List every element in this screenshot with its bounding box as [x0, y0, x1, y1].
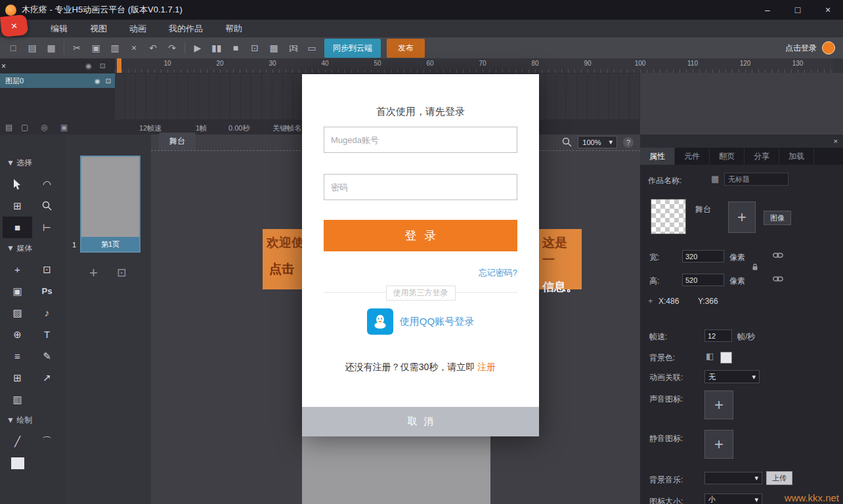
layer-lock-icon[interactable]: ⊡ — [106, 77, 111, 85]
text-tool[interactable]: T — [32, 324, 62, 345]
tab-components[interactable]: 元件 — [675, 148, 710, 165]
account-input[interactable] — [324, 127, 517, 153]
pause-icon[interactable]: ▮▮ — [210, 43, 223, 53]
qq-icon[interactable] — [367, 308, 393, 335]
menu-my-works[interactable]: 我的作品 — [158, 23, 214, 35]
help-icon[interactable]: ? — [623, 137, 634, 148]
constrain-lock-icon[interactable] — [750, 262, 760, 271]
curve-tool[interactable]: ⌒ — [32, 430, 62, 452]
playhead-marker[interactable] — [117, 58, 121, 73]
page-thumbnail[interactable]: 第1页 — [80, 156, 140, 253]
play-icon[interactable]: ▶ — [191, 43, 204, 53]
menu-help[interactable]: 帮助 — [214, 23, 253, 35]
export-icon[interactable]: ▤ — [26, 43, 39, 53]
lock-icon[interactable]: ⊡ — [100, 62, 106, 70]
work-name-field[interactable]: 无标题 — [724, 173, 789, 186]
password-input[interactable] — [324, 174, 517, 200]
select-tool[interactable] — [3, 173, 32, 195]
paint-bucket-icon[interactable]: ◧ — [706, 351, 714, 361]
layer-eye-icon[interactable]: ◉ — [95, 77, 100, 85]
zoom-select[interactable]: 100% ▾ — [578, 136, 617, 148]
tab-share[interactable]: 分享 — [745, 148, 779, 165]
magnifier-icon[interactable] — [562, 137, 572, 147]
height-input[interactable] — [682, 274, 724, 286]
pen-tool[interactable]: ✎ — [32, 345, 62, 367]
picture-tool[interactable]: ▨ — [3, 302, 32, 324]
export-page-icon[interactable]: ⊡ — [117, 266, 126, 280]
component-tool[interactable]: ⊡ — [32, 259, 62, 280]
login-button[interactable]: 登录 — [324, 220, 517, 251]
width-link-icon[interactable] — [773, 252, 783, 259]
undo-icon[interactable]: ↶ — [146, 43, 160, 53]
js-icon[interactable]: [JS] — [286, 44, 299, 52]
upload-button[interactable]: 上传 — [766, 471, 792, 485]
add-sound-icon-button[interactable]: + — [704, 390, 733, 419]
onion-skin-icon[interactable]: ◎ — [41, 123, 47, 132]
menu-edit[interactable]: 编辑 — [39, 23, 79, 35]
section-draw-header[interactable]: ▼ 绘制 — [0, 410, 66, 430]
zoom-tool[interactable] — [32, 195, 62, 217]
redo-icon[interactable]: ↷ — [165, 43, 179, 53]
list-tool[interactable]: ≡ — [3, 345, 32, 367]
qq-login-row[interactable]: 使用QQ账号登录 — [302, 308, 539, 335]
stage-element[interactable] — [302, 436, 490, 504]
lasso-tool[interactable]: ◠ — [32, 173, 62, 195]
width-input[interactable] — [682, 250, 724, 262]
crop-tool[interactable]: ■ — [3, 217, 32, 238]
maximize-button[interactable]: □ — [783, 0, 813, 20]
new-file-icon[interactable]: □ — [7, 43, 20, 53]
trash-frame-icon[interactable]: ▢ — [21, 123, 28, 132]
stage-background-thumbnail[interactable] — [651, 199, 686, 234]
bars-tool[interactable]: ▥ — [3, 388, 32, 410]
cut-icon[interactable]: ✂ — [70, 43, 83, 53]
close-button[interactable]: × — [813, 0, 843, 20]
line-tool[interactable]: ╱ — [3, 430, 32, 452]
layer-row[interactable]: 图层0 ◉ ⊡ — [0, 74, 115, 88]
delete-icon[interactable]: × — [127, 43, 140, 53]
image-button[interactable]: 图像 — [764, 211, 791, 225]
user-avatar-icon[interactable] — [822, 41, 835, 54]
save-icon[interactable]: ▦ — [45, 43, 58, 53]
close-badge[interactable]: × — [0, 14, 28, 37]
copy-icon[interactable]: ▣ — [89, 43, 102, 53]
icon-size-select[interactable]: 小 ▾ — [704, 494, 762, 504]
eye-icon[interactable]: ◉ — [85, 62, 92, 70]
transform-tool[interactable]: ⊞ — [3, 195, 32, 217]
background-music-select[interactable]: ▾ — [704, 472, 762, 484]
section-media-header[interactable]: ▼ 媒体 — [0, 238, 66, 259]
sync-to-cloud-button[interactable]: 同步到云端 — [324, 39, 381, 58]
minimize-button[interactable]: – — [752, 0, 783, 20]
timeline-ruler[interactable]: 10 20 30 40 50 60 70 80 90 100 110 120 1… — [115, 58, 834, 73]
panel-close-icon[interactable]: × — [834, 137, 838, 145]
table-tool[interactable]: ⊞ — [3, 367, 32, 388]
tab-properties[interactable]: 属性 — [640, 148, 675, 165]
register-link[interactable]: 注册 — [477, 362, 496, 372]
height-link-icon[interactable] — [773, 276, 783, 282]
stop-icon[interactable]: ■ — [229, 43, 242, 53]
frame-icon[interactable]: ▤ — [5, 123, 12, 132]
add-stage-image-button[interactable]: + — [728, 201, 756, 233]
qq-login-link[interactable]: 使用QQ账号登录 — [400, 316, 474, 328]
add-media-tool[interactable]: + — [3, 259, 32, 280]
click-login-label[interactable]: 点击登录 — [785, 43, 817, 54]
device-icon[interactable]: ▭ — [305, 43, 318, 53]
canvas-element-info[interactable]: 这是一 信息。 — [538, 229, 582, 289]
guide-tool[interactable]: ⊢ — [32, 217, 62, 238]
background-color-swatch[interactable] — [720, 352, 732, 364]
edge-close-icon[interactable]: × — [1, 62, 6, 71]
tab-stage[interactable]: 舞台 — [159, 133, 196, 150]
copy-frame-icon[interactable]: ▣ — [60, 123, 68, 132]
chart-tool[interactable]: ↗ — [32, 367, 62, 388]
forgot-password-link[interactable]: 忘记密码? — [479, 267, 517, 279]
add-mute-icon-button[interactable]: + — [704, 430, 733, 459]
animation-link-select[interactable]: 无 ▾ — [704, 370, 760, 383]
qr-code-icon[interactable]: ▩ — [267, 43, 280, 53]
fps-input[interactable] — [704, 329, 732, 342]
tab-loading[interactable]: 加载 — [779, 148, 814, 165]
image-tool[interactable]: ▣ — [3, 280, 32, 302]
publish-button[interactable]: 发布 — [387, 39, 425, 58]
cancel-button[interactable]: 取消 — [302, 407, 539, 436]
paste-icon[interactable]: ▥ — [108, 43, 121, 53]
add-page-icon[interactable]: + — [89, 264, 98, 282]
sound-tool[interactable]: ♪ — [32, 302, 62, 324]
